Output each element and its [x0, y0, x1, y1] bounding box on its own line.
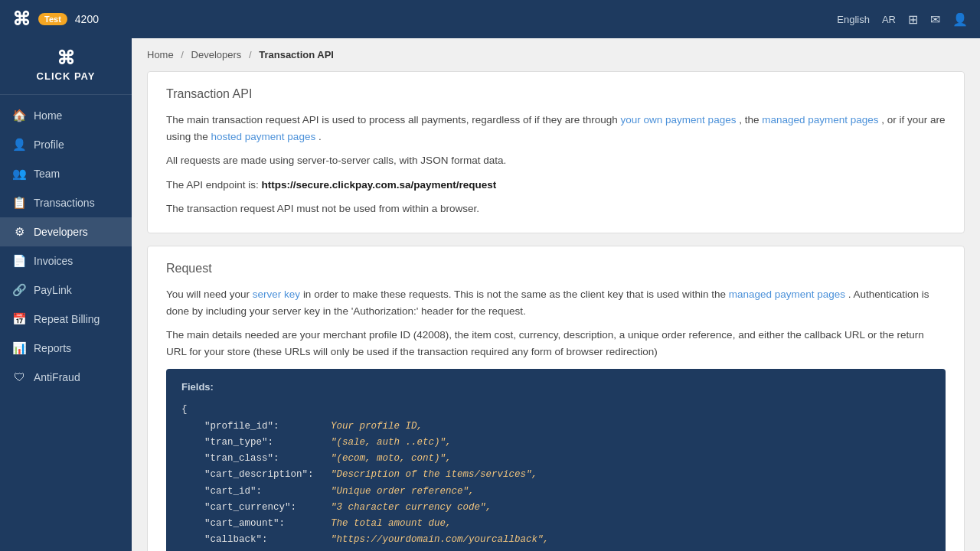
section1-para1-mid: , the	[739, 114, 762, 126]
sidebar-label-home: Home	[34, 109, 62, 122]
section1-para2: All requests are made using server-to-se…	[166, 152, 946, 169]
sidebar-item-paylink[interactable]: 🔗 PayLink	[0, 276, 132, 305]
team-icon: 👥	[12, 167, 26, 181]
section1-endpoint-label: The API endpoint is:	[166, 179, 262, 191]
sidebar-item-invoices[interactable]: 📄 Invoices	[0, 246, 132, 276]
section1-para1-end: .	[318, 131, 322, 142]
main-layout: ⌘ CLICK PAY 🏠 Home 👤 Profile 👥 Team 📋 Tr…	[0, 38, 980, 551]
breadcrumb-sep-2: /	[249, 49, 252, 60]
breadcrumb-home[interactable]: Home	[147, 49, 174, 60]
developers-icon: ⚙	[12, 225, 26, 239]
section-request: Request You will need your server key in…	[147, 246, 965, 551]
section2-link-managed-pages[interactable]: managed payment pages	[729, 289, 845, 300]
section2-title: Request	[166, 262, 946, 276]
sidebar-item-transactions[interactable]: 📋 Transactions	[0, 188, 132, 217]
sidebar-label-team: Team	[34, 168, 60, 180]
reports-icon: 📊	[12, 341, 26, 355]
sidebar-label-paylink: PayLink	[34, 284, 72, 296]
sidebar-label-invoices: Invoices	[34, 255, 73, 267]
section2-para1: You will need your server key in order t…	[166, 286, 946, 319]
sidebar-label-reports: Reports	[34, 342, 71, 354]
code-content: { "profile_id": Your profile ID, "tran_t…	[181, 402, 930, 551]
content-area: Home / Developers / Transaction API Tran…	[132, 38, 980, 551]
section-transaction-api: Transaction API The main transaction req…	[147, 71, 965, 233]
sidebar-logo: ⌘ CLICK PAY	[0, 38, 132, 95]
fields-code-block: Fields: { "profile_id": Your profile ID,…	[166, 369, 946, 551]
test-badge: Test	[38, 13, 67, 25]
breadcrumb-developers[interactable]: Developers	[191, 49, 242, 60]
sidebar: ⌘ CLICK PAY 🏠 Home 👤 Profile 👥 Team 📋 Tr…	[0, 38, 132, 551]
antifraud-icon: 🛡	[12, 370, 26, 383]
section1-link-own-pages[interactable]: your own payment pages	[621, 114, 737, 126]
section1-para4: The transaction request API must not be …	[166, 201, 946, 217]
header-right: English AR ⊞ ✉ 👤	[837, 12, 968, 27]
section1-para3: The API endpoint is: https://secure.clic…	[166, 177, 946, 194]
breadcrumb-current: Transaction API	[259, 49, 334, 60]
section2-para2: The main details needed are your merchan…	[166, 327, 946, 360]
sidebar-item-reports[interactable]: 📊 Reports	[0, 334, 132, 363]
sidebar-label-antifraud: AntiFraud	[34, 371, 80, 383]
sidebar-logo-icon: ⌘	[57, 47, 75, 69]
section1-para1: The main transaction request API is used…	[166, 112, 946, 145]
sidebar-item-antifraud[interactable]: 🛡 AntiFraud	[0, 363, 132, 391]
section1-endpoint-url: https://secure.clickpay.com.sa/payment/r…	[262, 179, 497, 191]
section1-link-hosted-pages[interactable]: hosted payment pages	[211, 131, 316, 142]
language-label: English	[837, 14, 870, 25]
section2-para1-before: You will need your	[166, 289, 253, 300]
sidebar-label-profile: Profile	[34, 139, 64, 151]
paylink-icon: 🔗	[12, 283, 26, 297]
breadcrumb-sep-1: /	[181, 49, 184, 60]
sidebar-item-team[interactable]: 👥 Team	[0, 159, 132, 188]
sidebar-item-repeat-billing[interactable]: 📅 Repeat Billing	[0, 305, 132, 334]
fields-label: Fields:	[181, 381, 930, 393]
repeat-billing-icon: 📅	[12, 312, 26, 326]
language-flags: AR	[882, 14, 896, 25]
section1-title: Transaction API	[166, 87, 946, 101]
mail-icon[interactable]: ✉	[930, 12, 940, 27]
sidebar-label-developers: Developers	[34, 226, 88, 238]
sidebar-item-profile[interactable]: 👤 Profile	[0, 130, 132, 159]
profile-icon: 👤	[12, 138, 26, 152]
section2-link-server-key[interactable]: server key	[253, 289, 300, 300]
transactions-icon: 📋	[12, 196, 26, 210]
sidebar-label-transactions: Transactions	[34, 197, 95, 209]
section2-para1-mid: in order to make these requests. This is…	[303, 289, 729, 300]
sidebar-item-home[interactable]: 🏠 Home	[0, 101, 132, 130]
section1-link-managed-pages[interactable]: managed payment pages	[762, 114, 878, 126]
sidebar-nav: 🏠 Home 👤 Profile 👥 Team 📋 Transactions ⚙…	[0, 95, 132, 397]
content-scroll[interactable]: Transaction API The main transaction req…	[132, 71, 980, 551]
sidebar-item-developers[interactable]: ⚙ Developers	[0, 217, 132, 246]
top-header: ⌘ Test 4200 English AR ⊞ ✉ 👤	[0, 0, 980, 38]
breadcrumb: Home / Developers / Transaction API	[132, 38, 980, 71]
header-left: ⌘ Test 4200	[12, 8, 99, 30]
section1-para1-before: The main transaction request API is used…	[166, 114, 621, 126]
grid-icon[interactable]: ⊞	[908, 12, 918, 27]
invoices-icon: 📄	[12, 254, 26, 268]
sidebar-label-repeat-billing: Repeat Billing	[34, 313, 100, 325]
user-icon[interactable]: 👤	[952, 12, 968, 27]
merchant-id: 4200	[75, 13, 99, 25]
logo-icon: ⌘	[12, 8, 31, 30]
sidebar-logo-text: CLICK PAY	[37, 70, 96, 82]
home-icon: 🏠	[12, 109, 26, 122]
